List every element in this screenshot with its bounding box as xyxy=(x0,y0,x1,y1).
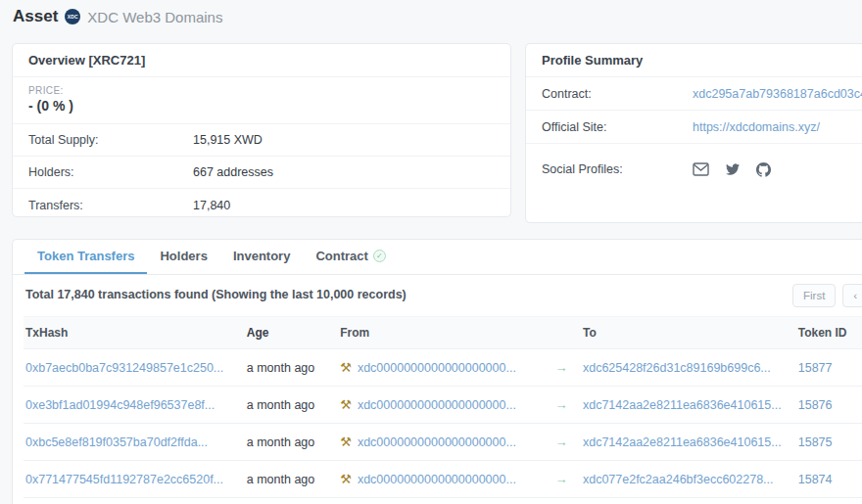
overview-card: Overview [XRC721] PRICE: - (0 % ) Total … xyxy=(12,43,511,217)
page-header: Asset XDC XDC Web3 Domains xyxy=(13,7,222,26)
to-address-link[interactable]: xdc077e2fc2aa246bf3ecc602278... xyxy=(583,473,774,486)
arrow-right-icon: → xyxy=(547,472,576,486)
pagination: First ‹ xyxy=(792,284,862,307)
token-id-link[interactable]: 15874 xyxy=(798,473,833,486)
table-row: 0x771477545fd1192787e2cc6520f... a month… xyxy=(24,461,862,498)
column-header-to: To xyxy=(576,326,796,340)
github-icon[interactable] xyxy=(756,162,771,177)
hammer-icon: ⚒ xyxy=(340,473,352,485)
token-id-link[interactable]: 15875 xyxy=(798,435,833,449)
transfers-table: TxHash Age From To Token ID 0xb7aecb0ba7… xyxy=(24,316,862,498)
from-address-link[interactable]: xdc0000000000000000000... xyxy=(358,435,516,449)
txhash-link[interactable]: 0xbc5e8ef819f0357ba70df2ffda... xyxy=(25,435,208,449)
asset-name: XDC Web3 Domains xyxy=(87,9,222,25)
token-id-link[interactable]: 15877 xyxy=(798,361,833,375)
table-row: 0xb7aecb0ba7c931249857e1c250... a month … xyxy=(24,349,862,387)
contract-label: Contract: xyxy=(542,87,693,101)
page-title: Asset xyxy=(13,7,58,26)
token-id-link[interactable]: 15876 xyxy=(798,398,833,412)
holders-value: 667 addresses xyxy=(193,165,273,179)
table-row: 0xbc5e8ef819f0357ba70df2ffda... a month … xyxy=(24,424,862,461)
age-cell: a month ago xyxy=(247,398,340,412)
verified-check-icon: ✓ xyxy=(373,250,386,262)
tab-holders[interactable]: Holders xyxy=(147,240,219,274)
profile-card-title: Profile Summary xyxy=(526,44,862,77)
mail-icon[interactable] xyxy=(693,162,709,176)
txhash-link[interactable]: 0x771477545fd1192787e2cc6520f... xyxy=(25,473,223,486)
transfers-label: Transfers: xyxy=(28,199,193,212)
tab-token-transfers[interactable]: Token Transfers xyxy=(24,240,147,274)
tab-inventory-label: Inventory xyxy=(233,249,291,263)
pagination-first-button[interactable]: First xyxy=(792,284,836,307)
from-address-link[interactable]: xdc0000000000000000000... xyxy=(358,361,516,375)
arrow-right-icon: → xyxy=(547,397,576,412)
table-row: 0xe3bf1ad01994c948ef96537e8f... a month … xyxy=(24,387,862,424)
tab-holders-label: Holders xyxy=(160,249,207,263)
social-profiles-row: Social Profiles: xyxy=(526,144,862,195)
official-site-label: Official Site: xyxy=(542,120,693,134)
hammer-icon: ⚒ xyxy=(340,435,352,448)
tab-contract-label: Contract xyxy=(315,249,367,263)
official-site-row: Official Site: https://xdcdomains.xyz/ xyxy=(526,111,862,144)
official-site-link[interactable]: https://xdcdomains.xyz/ xyxy=(693,120,820,134)
transfers-value: 17,840 xyxy=(193,199,230,212)
txhash-link[interactable]: 0xe3bf1ad01994c948ef96537e8f... xyxy=(25,398,215,412)
summary-bar: Total 17,840 transactions found (Showing… xyxy=(13,275,862,316)
profile-summary-card: Profile Summary Contract: xdc295a7ab7936… xyxy=(525,43,862,223)
from-address-link[interactable]: xdc0000000000000000000... xyxy=(358,398,516,412)
arrow-right-icon: → xyxy=(547,360,576,375)
overview-card-title: Overview [XRC721] xyxy=(13,44,510,77)
column-header-token-id: Token ID xyxy=(796,326,862,340)
tab-contract[interactable]: Contract ✓ xyxy=(303,240,398,274)
pagination-prev-button[interactable]: ‹ xyxy=(842,284,862,307)
to-address-link[interactable]: xdc7142aa2e8211ea6836e410615... xyxy=(583,435,782,449)
price-block: PRICE: - (0 % ) xyxy=(13,77,510,124)
transfers-row: Transfers: 17,840 xyxy=(13,189,510,221)
transactions-summary: Total 17,840 transactions found (Showing… xyxy=(25,288,407,301)
xdc-token-icon: XDC xyxy=(65,9,80,24)
tab-token-transfers-label: Token Transfers xyxy=(37,249,134,263)
holders-label: Holders: xyxy=(28,165,193,179)
tab-bar: Token Transfers Holders Inventory Contra… xyxy=(13,240,862,275)
age-cell: a month ago xyxy=(247,435,340,449)
to-address-link[interactable]: xdc625428f26d31c89169b699c6... xyxy=(583,361,771,375)
total-supply-value: 15,915 XWD xyxy=(193,133,263,147)
hammer-icon: ⚒ xyxy=(340,398,352,411)
from-address-link[interactable]: xdc0000000000000000000... xyxy=(358,473,516,486)
txhash-link[interactable]: 0xb7aecb0ba7c931249857e1c250... xyxy=(25,361,223,375)
tab-inventory[interactable]: Inventory xyxy=(220,240,304,274)
twitter-icon[interactable] xyxy=(725,162,741,176)
column-header-txhash: TxHash xyxy=(24,326,247,340)
contract-address-link[interactable]: xdc295a7ab79368187a6cd03c464cfaa xyxy=(693,87,862,101)
age-cell: a month ago xyxy=(247,473,340,486)
table-header-row: TxHash Age From To Token ID xyxy=(24,316,862,349)
total-supply-row: Total Supply: 15,915 XWD xyxy=(13,124,510,157)
column-header-age: Age xyxy=(247,326,340,340)
to-address-link[interactable]: xdc7142aa2e8211ea6836e410615... xyxy=(583,398,782,412)
age-cell: a month ago xyxy=(247,361,340,375)
token-transfers-card: Token Transfers Holders Inventory Contra… xyxy=(12,239,862,504)
column-header-from: From xyxy=(340,326,547,340)
price-label: PRICE: xyxy=(28,85,495,96)
hammer-icon: ⚒ xyxy=(340,361,352,374)
holders-row: Holders: 667 addresses xyxy=(13,157,510,189)
social-profiles-label: Social Profiles: xyxy=(542,162,693,176)
contract-row: Contract: xdc295a7ab79368187a6cd03c464cf… xyxy=(526,77,862,111)
arrow-right-icon: → xyxy=(547,435,576,449)
total-supply-label: Total Supply: xyxy=(28,133,193,147)
price-value: - (0 % ) xyxy=(28,98,495,114)
